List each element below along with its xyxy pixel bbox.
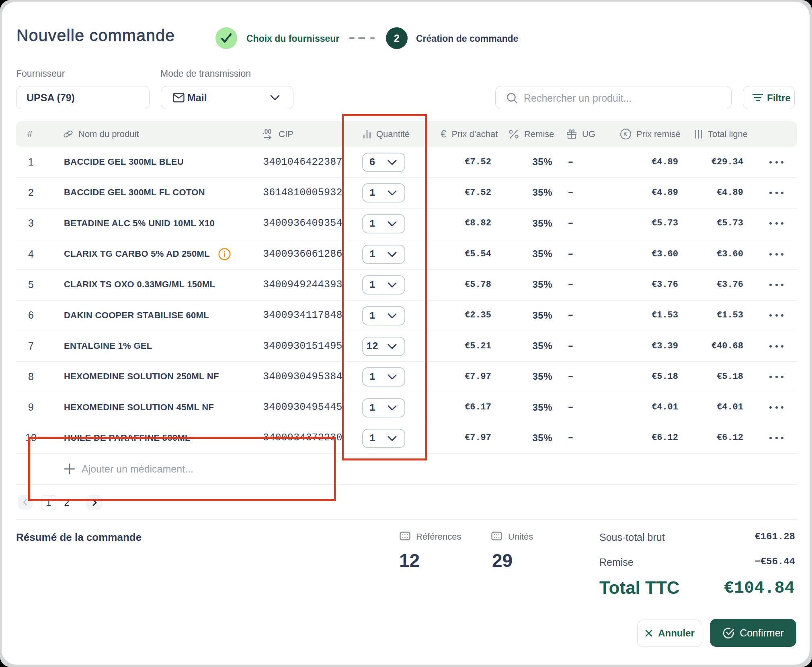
svg-text:.00: .00 — [262, 128, 271, 135]
svg-text:€: € — [624, 131, 627, 137]
